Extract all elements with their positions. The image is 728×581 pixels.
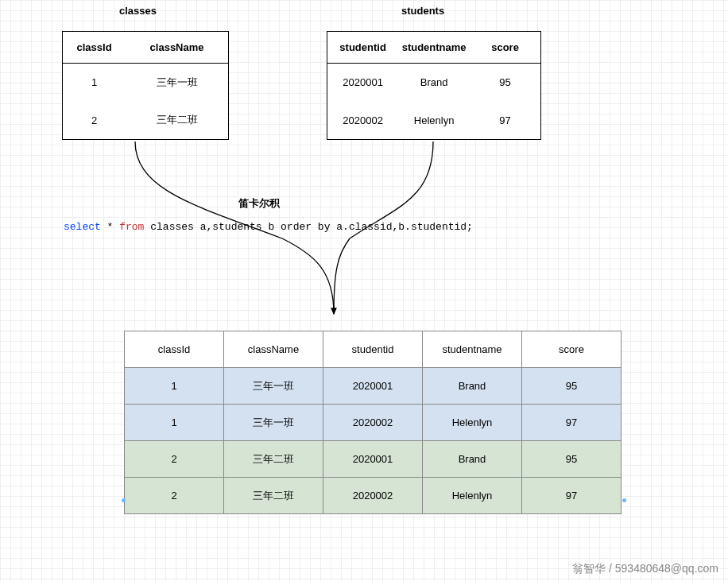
cell: 2020001: [323, 441, 423, 478]
cell: 97: [470, 102, 540, 140]
cell: 三年二班: [224, 478, 323, 514]
sql-keyword-select: select: [64, 221, 101, 233]
table-header-row: classId className studentid studentname …: [125, 331, 622, 368]
cell: 三年一班: [126, 64, 228, 102]
table-row: 2020002 Helenlyn 97: [327, 102, 541, 140]
table-row: 1 三年一班 2020001 Brand 95: [125, 368, 622, 405]
classes-title: classes: [119, 5, 157, 17]
students-header-score: score: [470, 32, 540, 64]
students-table: studentid studentname score 2020001 Bran…: [327, 31, 541, 140]
cell: 2: [125, 441, 224, 478]
cell: 2: [63, 102, 126, 140]
selection-handle: [622, 498, 626, 502]
cell: Brand: [423, 368, 522, 405]
table-row: 1 三年一班: [63, 64, 229, 102]
cell: 95: [522, 368, 622, 405]
table-row: 2 三年二班 2020002 Helenlyn 97: [125, 478, 622, 514]
cell: 2020001: [323, 368, 423, 405]
students-header-studentname: studentname: [398, 32, 470, 64]
cell: 2: [125, 478, 224, 514]
students-header-studentid: studentid: [327, 32, 399, 64]
cell: 2020002: [327, 102, 399, 140]
cell: 97: [522, 405, 622, 441]
students-title: students: [401, 5, 444, 17]
classes-header-classname: className: [126, 32, 228, 64]
sql-text: classes a,students b order by a.classid,…: [144, 221, 472, 233]
cell: Helenlyn: [423, 405, 522, 441]
table-row: 2 三年二班: [63, 102, 229, 140]
cell: 三年一班: [224, 405, 323, 441]
cell: 97: [522, 478, 622, 514]
cell: Helenlyn: [423, 478, 522, 514]
cell: 1: [125, 368, 224, 405]
cell: 1: [125, 405, 224, 441]
result-header: studentid: [323, 331, 423, 368]
table-row: 2020001 Brand 95: [327, 64, 541, 102]
cell: Brand: [398, 64, 470, 102]
cell: 三年二班: [126, 102, 228, 140]
result-header: score: [522, 331, 622, 368]
sql-statement: select * from classes a,students b order…: [64, 221, 473, 233]
result-header: studentname: [423, 331, 522, 368]
table-row: 2 三年二班 2020001 Brand 95: [125, 441, 622, 478]
sql-keyword-from: from: [119, 221, 144, 233]
result-table: classId className studentid studentname …: [124, 331, 622, 514]
cell: 三年一班: [224, 368, 323, 405]
footer-credit: 翁智华 / 593480648@qq.com: [572, 562, 718, 576]
table-row: 1 三年一班 2020002 Helenlyn 97: [125, 405, 622, 441]
cell: 三年二班: [224, 441, 323, 478]
result-header: className: [224, 331, 323, 368]
cell: 2020002: [323, 478, 423, 514]
cell: 2020001: [327, 64, 399, 102]
sql-text: *: [101, 221, 119, 233]
cell: 2020002: [323, 405, 423, 441]
result-header: classId: [125, 331, 224, 368]
selection-handle: [122, 498, 126, 502]
cell: 1: [63, 64, 126, 102]
classes-header-classid: classId: [63, 32, 126, 64]
cell: Helenlyn: [398, 102, 470, 140]
cartesian-product-label: 笛卡尔积: [238, 196, 280, 211]
cell: 95: [522, 441, 622, 478]
cell: 95: [470, 64, 540, 102]
classes-table: classId className 1 三年一班 2 三年二班: [62, 31, 229, 140]
cell: Brand: [423, 441, 522, 478]
